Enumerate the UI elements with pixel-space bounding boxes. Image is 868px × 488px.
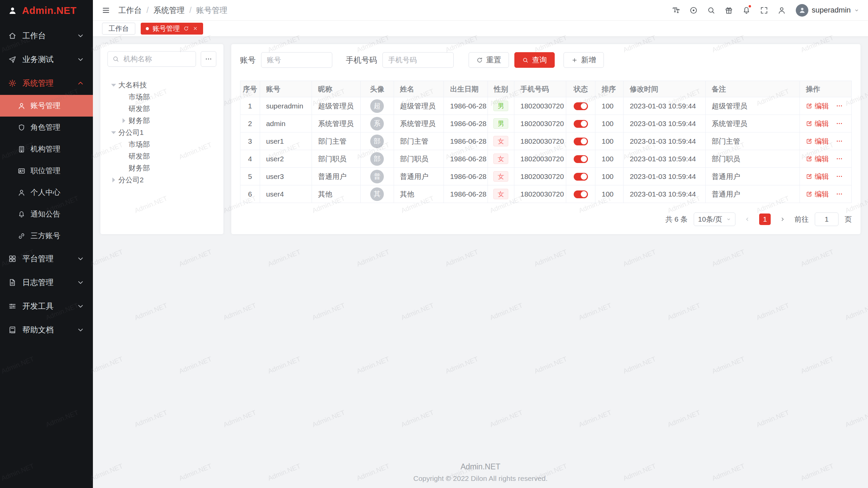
- row-more-button[interactable]: [836, 155, 843, 162]
- page-size-select[interactable]: 10条/页: [694, 212, 735, 226]
- tree-node[interactable]: 研发部: [107, 150, 216, 162]
- status-toggle[interactable]: [574, 173, 588, 181]
- sidebar-item-log-management[interactable]: 日志管理: [0, 270, 93, 294]
- tree-node[interactable]: 财务部: [107, 162, 216, 174]
- edit-button[interactable]: 编辑: [806, 172, 829, 181]
- tab-account-management[interactable]: 账号管理: [141, 23, 203, 35]
- sidebar-item-position-management[interactable]: 职位管理: [0, 160, 93, 182]
- edit-button[interactable]: 编辑: [806, 119, 829, 128]
- sidebar-item-dev-tools[interactable]: 开发工具: [0, 294, 93, 318]
- tree-node[interactable]: 财务部: [107, 115, 216, 126]
- breadcrumb-item[interactable]: 系统管理: [153, 5, 184, 16]
- gender-tag: 男: [493, 118, 508, 129]
- cell-status: [566, 97, 595, 115]
- edit-button[interactable]: 编辑: [806, 189, 829, 199]
- sidebar: Admin.NET 工作台业务测试系统管理账号管理角色管理机构管理职位管理个人中…: [0, 0, 93, 488]
- search-button[interactable]: 查询: [514, 52, 555, 68]
- tab-workbench[interactable]: 工作台: [102, 23, 135, 35]
- column-header-remark: 备注: [706, 81, 800, 97]
- tree-caret-icon[interactable]: [119, 116, 129, 125]
- topbar-actions: superadmin: [668, 3, 859, 18]
- tab-label: 账号管理: [153, 24, 180, 33]
- edit-button-label: 编辑: [815, 172, 829, 181]
- column-header-index: 序号: [240, 81, 260, 97]
- brand-logo[interactable]: Admin.NET: [0, 0, 93, 21]
- sidebar-item-org-management[interactable]: 机构管理: [0, 138, 93, 160]
- edit-button[interactable]: 编辑: [806, 137, 829, 146]
- sidebar-item-label: 工作台: [22, 30, 46, 41]
- sidebar-item-platform-management[interactable]: 平台管理: [0, 247, 93, 270]
- status-toggle[interactable]: [574, 138, 588, 145]
- sidebar-item-system-management[interactable]: 系统管理: [0, 71, 93, 95]
- cell-account: user3: [260, 168, 312, 185]
- edit-button[interactable]: 编辑: [806, 154, 829, 164]
- breadcrumb-item[interactable]: 账号管理: [196, 5, 228, 16]
- row-more-button[interactable]: [836, 102, 843, 109]
- cell-ops: 编辑: [800, 133, 851, 150]
- tree-caret-icon[interactable]: [109, 128, 118, 137]
- prev-page-button[interactable]: [742, 214, 753, 225]
- tree-node[interactable]: 分公司2: [107, 174, 216, 186]
- tree-node[interactable]: 市场部: [107, 91, 216, 103]
- fullscreen-icon: [760, 6, 768, 15]
- tree-node[interactable]: 大名科技: [107, 79, 216, 91]
- fullscreen-icon[interactable]: [756, 3, 771, 18]
- phone-label: 手机号码: [346, 55, 377, 65]
- breadcrumb-item[interactable]: 工作台: [118, 5, 142, 16]
- bell-icon[interactable]: [739, 3, 754, 18]
- goto-page-input[interactable]: [815, 212, 839, 226]
- status-toggle[interactable]: [574, 120, 588, 128]
- row-more-button[interactable]: [836, 173, 843, 180]
- sidebar-item-account-management[interactable]: 账号管理: [0, 95, 93, 117]
- search-icon[interactable]: [704, 3, 718, 18]
- add-button[interactable]: 新增: [564, 52, 604, 68]
- cell-avatar: 部: [361, 133, 394, 150]
- tree-caret-icon[interactable]: [109, 175, 118, 185]
- status-toggle[interactable]: [574, 102, 588, 110]
- sidebar-item-role-management[interactable]: 角色管理: [0, 117, 93, 138]
- locale-icon[interactable]: [686, 3, 701, 18]
- cell-status: [566, 115, 595, 133]
- cell-modified: 2023-01-03 10:59:44: [624, 150, 706, 168]
- org-more-button[interactable]: [201, 51, 216, 67]
- collapse-sidebar-icon[interactable]: [102, 6, 110, 15]
- font-size-icon[interactable]: [668, 3, 683, 18]
- edit-button-label: 编辑: [815, 119, 829, 128]
- tree-node[interactable]: 研发部: [107, 103, 216, 115]
- sidebar-item-third-party-account[interactable]: 三方账号: [0, 225, 93, 247]
- cell-avatar: 部: [361, 150, 394, 168]
- edit-button[interactable]: 编辑: [806, 101, 829, 111]
- close-icon[interactable]: [193, 26, 198, 31]
- tree-caret-icon[interactable]: [109, 80, 118, 90]
- cell-status: [566, 185, 595, 203]
- sidebar-item-workbench[interactable]: 工作台: [0, 24, 93, 47]
- chevron-down-icon: [76, 255, 85, 263]
- next-page-button[interactable]: [777, 214, 788, 225]
- sidebar-item-notice[interactable]: 通知公告: [0, 203, 93, 225]
- reset-button[interactable]: 重置: [469, 52, 509, 68]
- user-icon[interactable]: [774, 3, 789, 18]
- tree-node[interactable]: 市场部: [107, 138, 216, 150]
- sidebar-item-personal-center[interactable]: 个人中心: [0, 182, 93, 203]
- chevron-down-icon: [854, 8, 859, 13]
- theme-icon[interactable]: [721, 3, 736, 18]
- page-number-1[interactable]: 1: [759, 214, 771, 225]
- user-menu[interactable]: superadmin: [796, 4, 859, 17]
- row-more-button[interactable]: [836, 120, 843, 127]
- row-more-button[interactable]: [836, 190, 843, 198]
- org-search-input[interactable]: [107, 51, 196, 67]
- cell-sort: 100: [595, 133, 624, 150]
- account-input[interactable]: [261, 52, 332, 68]
- tree-node[interactable]: 分公司1: [107, 126, 216, 138]
- row-more-button[interactable]: [836, 138, 843, 145]
- sidebar-item-help-docs[interactable]: 帮助文档: [0, 318, 93, 342]
- refresh-icon[interactable]: [183, 26, 189, 31]
- sidebar-item-business-test[interactable]: 业务测试: [0, 47, 93, 71]
- chevron-down-icon: [726, 217, 731, 222]
- row-avatar: 部: [370, 152, 384, 166]
- username-label: superadmin: [812, 6, 851, 15]
- status-toggle[interactable]: [574, 190, 588, 198]
- gear-icon: [8, 79, 17, 87]
- phone-input[interactable]: [382, 52, 454, 68]
- status-toggle[interactable]: [574, 155, 588, 163]
